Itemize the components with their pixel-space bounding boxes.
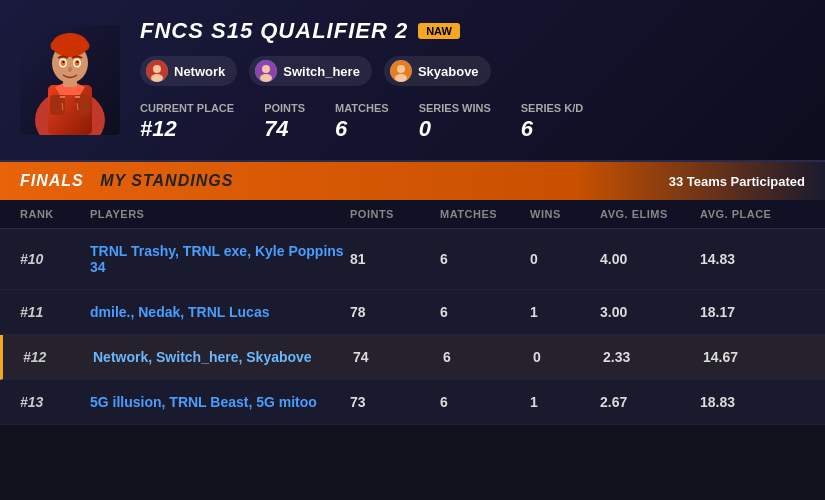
stat-value-serieswins: 0: [419, 116, 491, 142]
matches-cell: 6: [440, 394, 530, 410]
avg-place-cell: 18.83: [700, 394, 790, 410]
points-cell: 74: [353, 349, 443, 365]
player-tag-skyabove[interactable]: Skyabove: [384, 56, 491, 86]
col-wins: WINS: [530, 208, 600, 220]
svg-point-12: [75, 60, 80, 66]
col-points: POINTS: [350, 208, 440, 220]
svg-point-14: [77, 61, 79, 63]
table-container: RANK PLAYERS POINTS MATCHES WINS AVG. EL…: [0, 200, 825, 425]
stat-current-place: Current Place #12: [140, 102, 234, 142]
wins-cell: 0: [533, 349, 603, 365]
main-container: FNCS S15 QUALIFIER 2 NAW Network: [0, 0, 825, 500]
col-avg-place: AVG. PLACE: [700, 208, 790, 220]
table-row-highlighted: #12 Network, Switch_here, Skyabove 74 6 …: [0, 335, 825, 380]
points-cell: 78: [350, 304, 440, 320]
stat-label-serieskd: Series K/D: [521, 102, 583, 114]
header-info: FNCS S15 QUALIFIER 2 NAW Network: [140, 18, 805, 142]
standings-title: FINALS MY STANDINGS: [20, 172, 233, 190]
header-section: FNCS S15 QUALIFIER 2 NAW Network: [0, 0, 825, 162]
player-name-network: Network: [174, 64, 225, 79]
avg-place-cell: 14.67: [703, 349, 793, 365]
stat-series-kd: Series K/D 6: [521, 102, 583, 142]
wins-cell: 1: [530, 394, 600, 410]
avg-elims-cell: 2.67: [600, 394, 700, 410]
col-players: PLAYERS: [90, 208, 350, 220]
points-cell: 81: [350, 251, 440, 267]
rank-cell: #10: [20, 251, 90, 267]
svg-point-16: [153, 65, 161, 73]
character-avatar: [20, 25, 120, 135]
svg-point-11: [61, 60, 66, 66]
svg-point-17: [151, 74, 163, 82]
players-row: Network Switch_here: [140, 56, 805, 86]
players-cell: 5G illusion, TRNL Beast, 5G mitoo: [90, 394, 350, 410]
stat-value-place: #12: [140, 116, 234, 142]
col-rank: RANK: [20, 208, 90, 220]
stat-value-points: 74: [264, 116, 305, 142]
matches-cell: 6: [440, 251, 530, 267]
stat-label-place: Current Place: [140, 102, 234, 114]
finals-label: FINALS: [20, 172, 84, 189]
col-matches: MATCHES: [440, 208, 530, 220]
players-cell: TRNL Trashy, TRNL exe, Kyle Poppins 34: [90, 243, 350, 275]
svg-point-13: [63, 61, 65, 63]
avg-elims-cell: 2.33: [603, 349, 703, 365]
stat-series-wins: Series Wins 0: [419, 102, 491, 142]
avg-place-cell: 18.17: [700, 304, 790, 320]
tournament-title-row: FNCS S15 QUALIFIER 2 NAW: [140, 18, 805, 44]
wins-cell: 1: [530, 304, 600, 320]
tournament-title: FNCS S15 QUALIFIER 2: [140, 18, 408, 44]
rank-cell: #11: [20, 304, 90, 320]
rank-cell: #13: [20, 394, 90, 410]
avg-elims-cell: 3.00: [600, 304, 700, 320]
player-avatar-network: [146, 60, 168, 82]
table-row: #11 dmile., Nedak, TRNL Lucas 78 6 1 3.0…: [0, 290, 825, 335]
region-badge: NAW: [418, 23, 460, 39]
player-tag-switchhere[interactable]: Switch_here: [249, 56, 372, 86]
matches-cell: 6: [440, 304, 530, 320]
svg-point-23: [395, 74, 407, 82]
players-cell: Network, Switch_here, Skyabove: [93, 349, 353, 365]
stat-label-matches: Matches: [335, 102, 389, 114]
col-avg-elims: AVG. ELIMS: [600, 208, 700, 220]
player-avatar-switchhere: [255, 60, 277, 82]
players-cell: dmile., Nedak, TRNL Lucas: [90, 304, 350, 320]
wins-cell: 0: [530, 251, 600, 267]
my-standings-label: MY STANDINGS: [100, 172, 233, 189]
stats-row: Current Place #12 Points 74 Matches 6 Se…: [140, 102, 805, 142]
table-row: #10 TRNL Trashy, TRNL exe, Kyle Poppins …: [0, 229, 825, 290]
svg-point-22: [397, 65, 405, 73]
avg-place-cell: 14.83: [700, 251, 790, 267]
stat-value-serieskd: 6: [521, 116, 583, 142]
svg-point-20: [260, 74, 272, 82]
stat-matches: Matches 6: [335, 102, 389, 142]
player-name-skyabove: Skyabove: [418, 64, 479, 79]
svg-point-19: [262, 65, 270, 73]
table-header: RANK PLAYERS POINTS MATCHES WINS AVG. EL…: [0, 200, 825, 229]
table-row: #13 5G illusion, TRNL Beast, 5G mitoo 73…: [0, 380, 825, 425]
player-avatar-skyabove: [390, 60, 412, 82]
points-cell: 73: [350, 394, 440, 410]
participated-text: 33 Teams Participated: [669, 174, 805, 189]
stat-points: Points 74: [264, 102, 305, 142]
stat-label-serieswins: Series Wins: [419, 102, 491, 114]
standings-header: FINALS MY STANDINGS 33 Teams Participate…: [0, 162, 825, 200]
matches-cell: 6: [443, 349, 533, 365]
stat-label-points: Points: [264, 102, 305, 114]
rank-cell: #12: [23, 349, 93, 365]
player-tag-network[interactable]: Network: [140, 56, 237, 86]
avg-elims-cell: 4.00: [600, 251, 700, 267]
player-name-switchhere: Switch_here: [283, 64, 360, 79]
stat-value-matches: 6: [335, 116, 389, 142]
